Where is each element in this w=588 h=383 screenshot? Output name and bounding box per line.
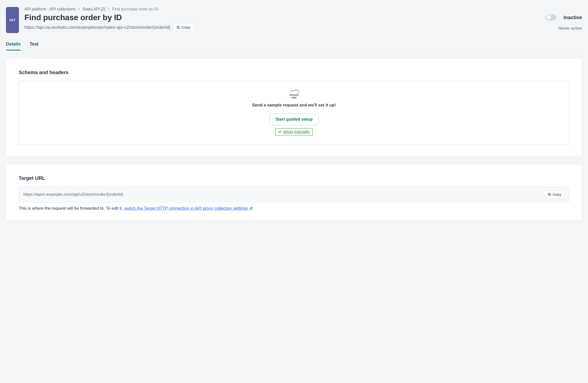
or-prefix: or [278, 130, 282, 134]
copy-icon [548, 193, 551, 196]
tab-test[interactable]: Test [30, 42, 39, 50]
target-url-help: This is where the request will be forwar… [19, 206, 569, 211]
copy-target-url-button[interactable]: Copy [544, 191, 565, 198]
tab-details[interactable]: Details [6, 42, 21, 50]
page-header: GET API platform : API collections Sales… [6, 7, 582, 33]
setup-manually-link[interactable]: setup manually [283, 130, 310, 134]
svg-rect-0 [178, 27, 180, 29]
endpoint-url: https://api.na.workato.com/exampleuser/s… [24, 25, 170, 30]
active-state-label: Inactive [564, 15, 582, 20]
target-url-value: https://apim.example.com/api/v3/store/or… [23, 192, 123, 197]
schema-card-title: Schema and headers [19, 70, 569, 75]
target-url-card: Target URL https://apim.example.com/api/… [6, 164, 582, 221]
target-url-box: https://apim.example.com/api/v3/store/or… [19, 187, 569, 202]
tab-bar: Details Test [6, 42, 582, 50]
switch-target-connection-link[interactable]: switch the Target HTTP connection in API… [124, 206, 253, 211]
endpoint-url-row: https://api.na.workato.com/exampleuser/s… [24, 24, 540, 31]
schema-empty-state: Send a sample request and we'll set it u… [19, 81, 569, 145]
chevron-right-icon [108, 7, 110, 11]
breadcrumb-sales-api[interactable]: Sales API [2] [82, 7, 105, 11]
schema-prompt-text: Send a sample request and we'll set it u… [24, 103, 564, 108]
start-guided-setup-button[interactable]: Start guided setup [270, 114, 318, 125]
http-method-badge: GET [6, 7, 19, 33]
page-title: Find purchase order by ID [24, 13, 540, 22]
copy-button-label: Copy [553, 192, 561, 196]
copy-icon [176, 26, 180, 29]
chevron-right-icon [78, 7, 80, 11]
external-link-icon [249, 207, 253, 210]
svg-rect-3 [549, 194, 551, 196]
target-url-title: Target URL [19, 175, 569, 181]
copy-endpoint-url-button[interactable]: Copy [173, 24, 193, 31]
vertical-divider [560, 14, 560, 21]
svg-rect-4 [548, 193, 550, 195]
breadcrumb-current: Find purchase order by ID [112, 7, 158, 11]
schema-card: Schema and headers Send a sample request… [6, 58, 582, 156]
active-toggle[interactable] [546, 14, 556, 20]
last-active-label: Never active [540, 26, 582, 31]
breadcrumb: API platform : API collections Sales API… [24, 7, 540, 11]
header-side: Inactive Never active [540, 7, 582, 31]
setup-manually-row: or setup manually [275, 128, 313, 136]
svg-rect-2 [292, 97, 296, 98]
breadcrumb-api-collections[interactable]: API platform : API collections [24, 7, 75, 11]
svg-rect-1 [177, 26, 179, 28]
copy-button-label: Copy [181, 25, 190, 29]
active-toggle-row: Inactive [540, 14, 582, 21]
magic-wand-icon [24, 89, 564, 100]
target-help-prefix: This is where the request will be forwar… [19, 206, 124, 211]
header-main: API platform : API collections Sales API… [19, 7, 540, 31]
